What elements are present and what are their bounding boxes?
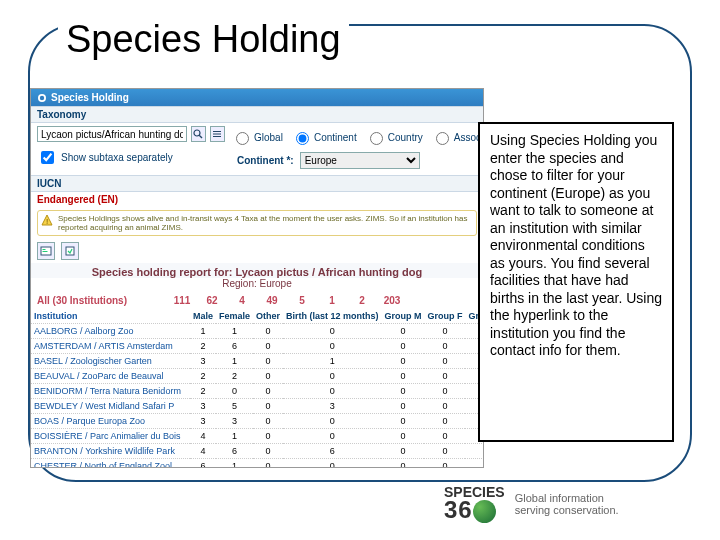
species-holding-window: Species Holding Taxonomy Show subtaxa se… — [30, 88, 484, 468]
table-row: BEWDLEY / West Midland Safari P35030008 — [31, 399, 484, 414]
institution-link[interactable]: BOISSIÈRE / Parc Animalier du Bois — [31, 429, 190, 444]
table-row: BENIDORM / Terra Natura Benidorm20000002 — [31, 384, 484, 399]
warning-icon: ! — [41, 214, 53, 228]
table-row: AMSTERDAM / ARTIS Amsterdam26000008 — [31, 339, 484, 354]
window-titlebar: Species Holding — [31, 89, 483, 106]
institution-link[interactable]: BASEL / Zoologischer Garten — [31, 354, 190, 369]
table-row: AALBORG / Aalborg Zoo11000002 — [31, 324, 484, 339]
search-button[interactable] — [191, 126, 206, 142]
show-subtaxa-label: Show subtaxa separately — [61, 152, 173, 163]
app-icon — [37, 93, 47, 103]
report-title: Species holding report for: Lycaon pictu… — [31, 263, 483, 278]
scope-continent-radio[interactable] — [296, 132, 309, 145]
table-row: BOISSIÈRE / Parc Animalier du Bois410000… — [31, 429, 484, 444]
slide-title: Species Holding — [58, 18, 349, 61]
taxonomy-section-header: Taxonomy — [31, 106, 483, 123]
show-subtaxa-checkbox[interactable] — [41, 151, 54, 164]
run-report-button[interactable] — [37, 242, 55, 260]
table-row: BASEL / Zoologischer Garten31010004 — [31, 354, 484, 369]
svg-point-1 — [40, 95, 44, 99]
config-button[interactable] — [210, 126, 225, 142]
continent-label: Continent *: — [237, 155, 294, 166]
warning-banner: ! Species Holdings shows alive and in-tr… — [37, 210, 477, 236]
taxonomy-search-input[interactable] — [37, 126, 187, 142]
scope-association-radio[interactable] — [436, 132, 449, 145]
table-row: BOAS / Parque Europa Zoo33000006 — [31, 414, 484, 429]
institution-link[interactable]: BOAS / Parque Europa Zoo — [31, 414, 190, 429]
svg-text:!: ! — [46, 217, 48, 226]
table-row: BRANTON / Yorkshire Wildlife Park4606000… — [31, 444, 484, 459]
svg-rect-10 — [43, 249, 46, 250]
institution-link[interactable]: BEAUVAL / ZooParc de Beauval — [31, 369, 190, 384]
scope-global-radio[interactable] — [236, 132, 249, 145]
continent-select[interactable]: Europe — [300, 152, 420, 169]
institution-link[interactable]: BENIDORM / Terra Natura Benidorm — [31, 384, 190, 399]
export-button[interactable] — [61, 242, 79, 260]
svg-rect-11 — [43, 251, 48, 252]
globe-icon — [473, 500, 496, 523]
institution-link[interactable]: AALBORG / Aalborg Zoo — [31, 324, 190, 339]
holdings-table: InstitutionMaleFemaleOtherBirth (last 12… — [31, 309, 484, 468]
scope-country-radio[interactable] — [370, 132, 383, 145]
iucn-status: Endangered (EN) — [31, 192, 483, 207]
warning-text: Species Holdings shows alive and in-tran… — [58, 214, 473, 232]
svg-rect-4 — [213, 131, 221, 132]
explanation-callout: Using Species Holding you enter the spec… — [478, 122, 674, 442]
iucn-section-header: IUCN — [31, 175, 483, 192]
institution-link[interactable]: CHESTER / North of England Zool — [31, 459, 190, 469]
window-title: Species Holding — [51, 92, 129, 103]
table-row: BEAUVAL / ZooParc de Beauval22000004 — [31, 369, 484, 384]
table-header-row: InstitutionMaleFemaleOtherBirth (last 12… — [31, 309, 484, 324]
institution-link[interactable]: BEWDLEY / West Midland Safari P — [31, 399, 190, 414]
institution-link[interactable]: BRANTON / Yorkshire Wildlife Park — [31, 444, 190, 459]
svg-line-3 — [200, 135, 203, 138]
svg-rect-6 — [213, 136, 221, 137]
institution-link[interactable]: AMSTERDAM / ARTIS Amsterdam — [31, 339, 190, 354]
svg-rect-5 — [213, 134, 221, 135]
footer-logo: SPECIES 36 Global information serving co… — [444, 486, 619, 523]
table-row: CHESTER / North of England Zool61000007 — [31, 459, 484, 469]
report-region: Region: Europe — [31, 278, 483, 292]
totals-row: All (30 Institutions) 111 62 4 49 5 1 2 … — [31, 292, 483, 309]
svg-point-2 — [194, 130, 200, 136]
